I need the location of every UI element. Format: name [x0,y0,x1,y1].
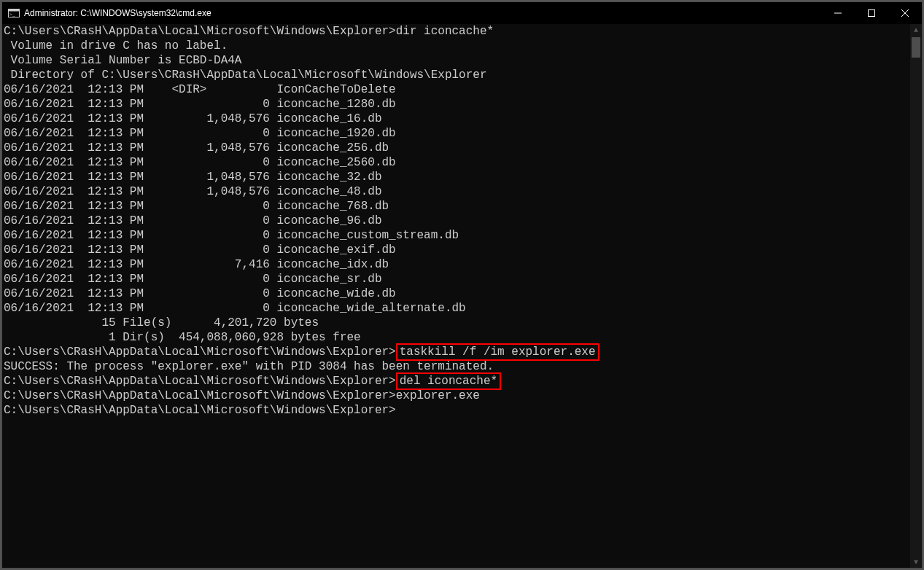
prompt-path: C:\Users\CRasH\AppData\Local\Microsoft\W… [4,389,396,402]
console-line: 06/16/2021 12:13 PM 0 iconcache_2560.db [4,155,910,170]
svg-text:>_: >_ [9,12,15,17]
console-viewport[interactable]: C:\Users\CRasH\AppData\Local\Microsoft\W… [2,24,910,568]
console-line: 06/16/2021 12:13 PM 0 iconcache_exif.db [4,243,910,257]
console-line: 06/16/2021 12:13 PM 0 iconcache_1920.db [4,126,910,141]
console-prompt-line: C:\Users\CRasH\AppData\Local\Microsoft\W… [4,374,910,389]
scrollbar-thumb[interactable] [912,37,920,58]
maximize-button[interactable] [855,2,888,24]
minimize-button[interactable] [821,2,855,24]
console-line: 06/16/2021 12:13 PM 1,048,576 iconcache_… [4,184,910,199]
console-line: 06/16/2021 12:13 PM 0 iconcache_sr.db [4,272,910,286]
svg-rect-4 [869,10,875,17]
prompt-path: C:\Users\CRasH\AppData\Local\Microsoft\W… [4,404,396,417]
console-line: 06/16/2021 12:13 PM 0 iconcache_1280.db [4,97,910,112]
console-prompt-line: C:\Users\CRasH\AppData\Local\Microsoft\W… [4,345,910,359]
prompt-path: C:\Users\CRasH\AppData\Local\Microsoft\W… [4,375,396,388]
typed-command: dir iconcache* [396,25,494,38]
console-line: 06/16/2021 12:13 PM 0 iconcache_wide_alt… [4,301,910,316]
typed-command: taskkill /f /im explorer.exe [396,343,599,361]
console-line: 06/16/2021 12:13 PM 0 iconcache_wide.db [4,286,910,301]
text-cursor [396,405,402,417]
console-line: 06/16/2021 12:13 PM 0 iconcache_768.db [4,199,910,214]
console-line: 06/16/2021 12:13 PM <DIR> IconCacheToDel… [4,82,910,97]
titlebar[interactable]: >_ Administrator: C:\WINDOWS\system32\cm… [2,2,922,24]
vertical-scrollbar[interactable]: ▲ ▼ [910,24,922,568]
console-line: 06/16/2021 12:13 PM 7,416 iconcache_idx.… [4,257,910,272]
console-prompt-line: C:\Users\CRasH\AppData\Local\Microsoft\W… [4,24,910,39]
console-line: 06/16/2021 12:13 PM 1,048,576 iconcache_… [4,141,910,155]
close-button[interactable] [888,2,922,24]
console-line: 06/16/2021 12:13 PM 1,048,576 iconcache_… [4,170,910,184]
cmd-icon: >_ [8,7,20,19]
window-title: Administrator: C:\WINDOWS\system32\cmd.e… [24,8,211,18]
scroll-up-arrow-icon[interactable]: ▲ [910,24,922,36]
scroll-down-arrow-icon[interactable]: ▼ [910,556,922,568]
prompt-path: C:\Users\CRasH\AppData\Local\Microsoft\W… [4,345,396,359]
console-line: Volume in drive C has no label. [4,39,910,53]
console-line: Volume Serial Number is ECBD-DA4A [4,53,910,68]
typed-command: explorer.exe [396,389,480,402]
console-line: 06/16/2021 12:13 PM 1,048,576 iconcache_… [4,112,910,126]
console-line: Directory of C:\Users\CRasH\AppData\Loca… [4,68,910,82]
client-area: C:\Users\CRasH\AppData\Local\Microsoft\W… [2,24,922,568]
console-line: 15 File(s) 4,201,720 bytes [4,316,910,330]
console-line: SUCCESS: The process "explorer.exe" with… [4,359,910,374]
console-line: 06/16/2021 12:13 PM 0 iconcache_custom_s… [4,228,910,243]
console-line: 1 Dir(s) 454,088,060,928 bytes free [4,330,910,345]
console-line: 06/16/2021 12:13 PM 0 iconcache_96.db [4,214,910,228]
console-output[interactable]: C:\Users\CRasH\AppData\Local\Microsoft\W… [4,24,910,418]
cmd-window: >_ Administrator: C:\WINDOWS\system32\cm… [1,1,923,569]
typed-command: del iconcache* [396,372,501,390]
prompt-path: C:\Users\CRasH\AppData\Local\Microsoft\W… [4,25,396,38]
console-prompt-line: C:\Users\CRasH\AppData\Local\Microsoft\W… [4,403,910,418]
console-prompt-line: C:\Users\CRasH\AppData\Local\Microsoft\W… [4,389,910,403]
